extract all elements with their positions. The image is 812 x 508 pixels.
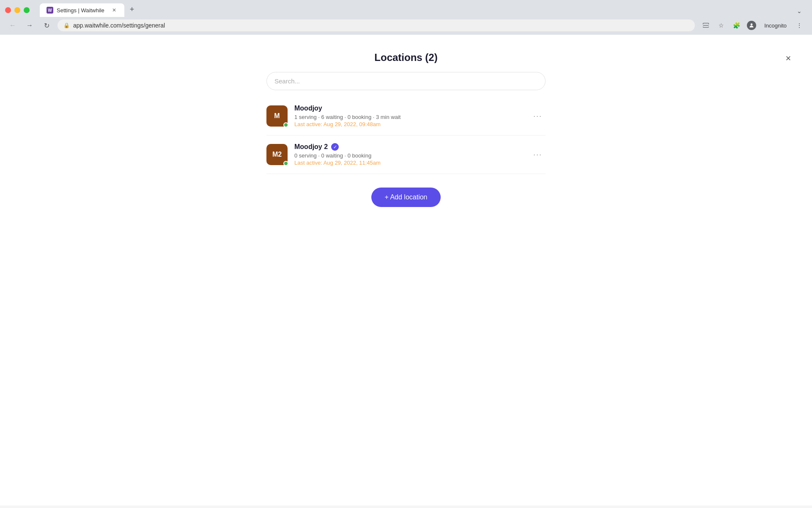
status-dot [283, 122, 288, 127]
location-name: Moodjoy 2 [294, 143, 328, 151]
profile-avatar [747, 21, 756, 30]
add-location-container: + Add location [0, 174, 812, 221]
tab-close-button[interactable]: ✕ [111, 7, 118, 14]
title-bar: W Settings | Waitwhile ✕ + ⌄ [0, 0, 812, 17]
url-text: app.waitwhile.com/settings/general [73, 22, 689, 29]
avatar: M [266, 105, 288, 127]
location-name-row: Moodjoy [294, 105, 523, 112]
address-bar: ← → ↻ 🔒 app.waitwhile.com/settings/gener… [0, 17, 812, 35]
add-location-button[interactable]: + Add location [371, 188, 441, 207]
modal-header: Locations (2) × [0, 35, 812, 72]
cast-button[interactable] [700, 19, 712, 31]
modal-title: Locations (2) [0, 52, 812, 64]
location-last-active: Last active: Aug 29, 2022, 11:45am [294, 160, 523, 166]
location-stats: 1 serving · 6 waiting · 0 booking · 3 mi… [294, 114, 523, 120]
status-dot [283, 161, 288, 166]
incognito-button[interactable]: Incognito [761, 21, 790, 30]
list-item: M2 Moodjoy 2 ✓ 0 serving · 0 waiting · 0… [266, 135, 546, 174]
active-tab[interactable]: W Settings | Waitwhile ✕ [40, 3, 124, 17]
verified-icon: ✓ [331, 143, 339, 151]
forward-button[interactable]: → [24, 19, 36, 31]
location-name-row: Moodjoy 2 ✓ [294, 143, 523, 151]
more-options-button[interactable]: ··· [530, 147, 546, 163]
modal-overlay: Locations (2) × M Moodjoy [0, 35, 812, 505]
back-button[interactable]: ← [7, 19, 19, 31]
locations-list: M Moodjoy 1 serving · 6 waiting · 0 book… [258, 97, 554, 174]
svg-point-1 [751, 23, 753, 25]
window-controls [5, 7, 30, 13]
lock-icon: 🔒 [63, 22, 70, 28]
location-name: Moodjoy [294, 105, 322, 112]
location-info: Moodjoy 1 serving · 6 waiting · 0 bookin… [294, 105, 523, 127]
browser-actions: ☆ 🧩 Incognito ⋮ [700, 19, 805, 31]
more-options-button[interactable]: ··· [530, 108, 546, 124]
profile-icon-button[interactable] [746, 19, 757, 31]
location-info: Moodjoy 2 ✓ 0 serving · 0 waiting · 0 bo… [294, 143, 523, 166]
menu-button[interactable]: ⋮ [793, 19, 805, 31]
url-bar[interactable]: 🔒 app.waitwhile.com/settings/general [58, 19, 695, 31]
browser-chrome: W Settings | Waitwhile ✕ + ⌄ ← → ↻ 🔒 app… [0, 0, 812, 35]
list-item: M Moodjoy 1 serving · 6 waiting · 0 book… [266, 97, 546, 135]
location-stats: 0 serving · 0 waiting · 0 booking [294, 152, 523, 159]
tab-list-button[interactable]: ⌄ [793, 5, 805, 17]
window-close-button[interactable] [5, 7, 11, 13]
page-content: Locations (2) × M Moodjoy [0, 35, 812, 505]
refresh-button[interactable]: ↻ [41, 19, 52, 31]
avatar: M2 [266, 144, 288, 165]
window-minimize-button[interactable] [14, 7, 20, 13]
location-last-active: Last active: Aug 29, 2022, 09:48am [294, 121, 523, 127]
bookmark-button[interactable]: ☆ [715, 19, 727, 31]
search-container [258, 72, 554, 90]
search-input[interactable] [266, 72, 546, 90]
incognito-label: Incognito [764, 22, 787, 29]
tab-bar: W Settings | Waitwhile ✕ + [36, 3, 138, 17]
close-button[interactable]: × [782, 52, 795, 65]
new-tab-button[interactable]: + [126, 3, 138, 15]
tab-title: Settings | Waitwhile [57, 7, 107, 14]
window-maximize-button[interactable] [24, 7, 30, 13]
tab-favicon: W [47, 7, 53, 14]
extensions-button[interactable]: 🧩 [730, 19, 742, 31]
